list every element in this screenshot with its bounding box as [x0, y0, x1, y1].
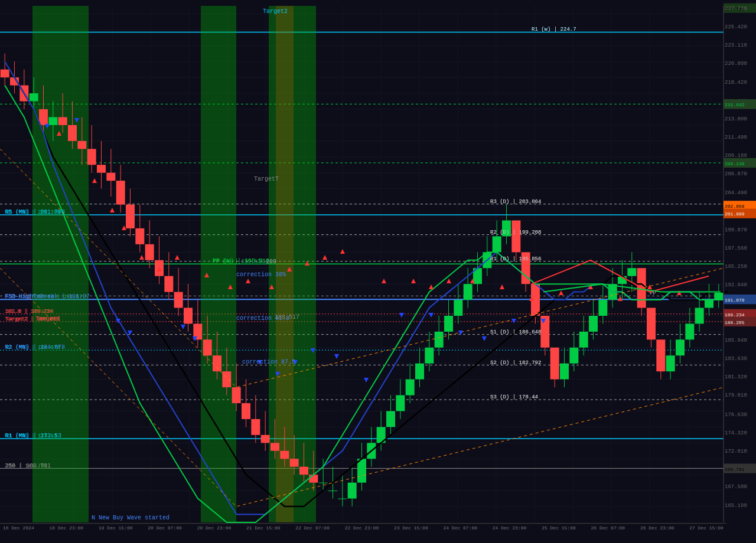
chart-container: 16 Dec 202418 Dec 23:0019 Dec 15:0020 De…: [0, 0, 756, 543]
time-label-2: 19 Dec 15:00: [99, 525, 133, 531]
time-label-13: 26 Dec 23:00: [640, 525, 674, 531]
time-label-11: 25 Dec 15:00: [542, 525, 576, 531]
time-label-0: 16 Dec 2024: [3, 525, 34, 531]
time-label-1: 18 Dec 23:00: [50, 525, 84, 531]
time-label-7: 22 Dec 23:00: [345, 525, 379, 531]
time-label-5: 21 Dec 15:00: [246, 525, 281, 531]
time-label-12: 26 Dec 07:00: [591, 525, 625, 531]
time-label-14: 27 Dec 15:00: [689, 525, 724, 531]
time-label-3: 20 Dec 07:00: [148, 525, 182, 531]
time-label-4: 20 Dec 23:00: [197, 525, 232, 531]
time-axis: 16 Dec 202418 Dec 23:0019 Dec 15:0020 De…: [0, 523, 726, 532]
time-label-6: 22 Dec 07:00: [295, 525, 330, 531]
time-label-10: 24 Dec 23:00: [493, 525, 527, 531]
time-label-9: 24 Dec 07:00: [443, 525, 477, 531]
time-label-8: 23 Dec 15:00: [394, 525, 428, 531]
